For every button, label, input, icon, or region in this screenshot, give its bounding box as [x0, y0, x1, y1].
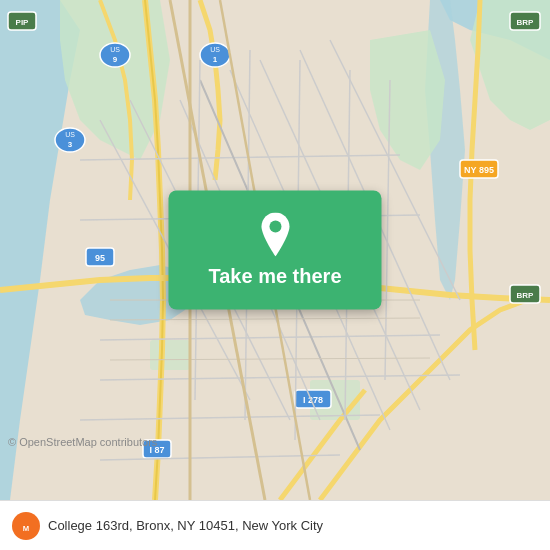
osm-credit-text: © OpenStreetMap contributors [8, 436, 157, 448]
svg-text:1: 1 [213, 55, 218, 64]
svg-text:3: 3 [68, 140, 73, 149]
osm-credit: © OpenStreetMap contributors [8, 436, 157, 448]
svg-text:US: US [210, 46, 220, 53]
footer: M College 163rd, Bronx, NY 10451, New Yo… [0, 500, 550, 550]
svg-text:95: 95 [95, 253, 105, 263]
moovit-logo-icon: M [12, 512, 40, 540]
svg-text:M: M [23, 523, 29, 532]
svg-text:US: US [65, 131, 75, 138]
footer-address: College 163rd, Bronx, NY 10451, New York… [48, 518, 538, 533]
svg-text:BRP: BRP [517, 291, 535, 300]
svg-point-59 [269, 221, 281, 233]
svg-text:PIP: PIP [16, 18, 30, 27]
take-me-there-button[interactable]: Take me there [168, 191, 381, 310]
svg-text:NY 895: NY 895 [464, 165, 494, 175]
location-pin-icon [257, 213, 293, 257]
svg-rect-9 [150, 340, 190, 370]
svg-text:US: US [110, 46, 120, 53]
button-overlay: Take me there [168, 191, 381, 310]
svg-text:9: 9 [113, 55, 118, 64]
map-container: I 87 US 9 US 1 US 3 95 I 278 NY 895 BRP … [0, 0, 550, 500]
svg-text:BRP: BRP [517, 18, 535, 27]
take-me-there-label: Take me there [208, 265, 341, 288]
